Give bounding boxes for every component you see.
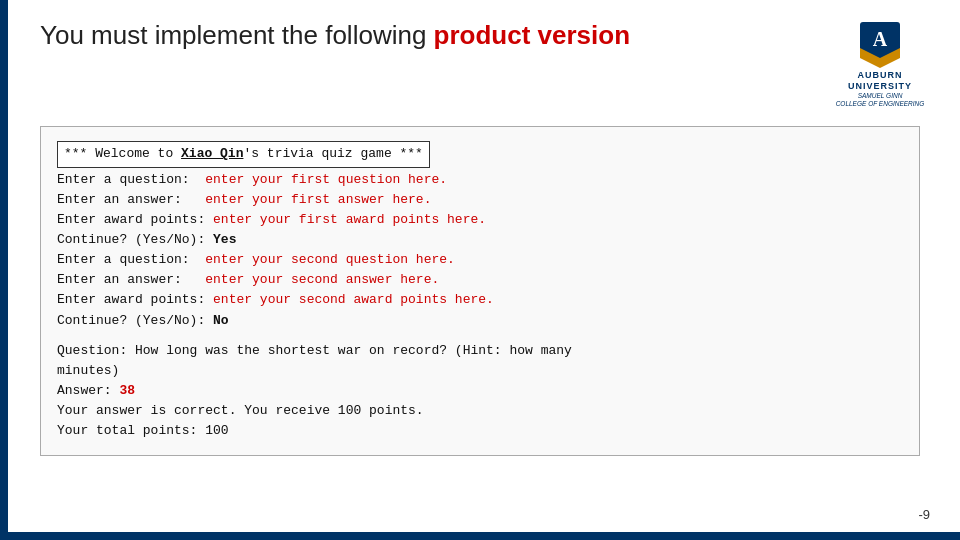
code-line-5: Enter a question: enter your second ques… — [57, 250, 903, 270]
code-line-4: Continue? (Yes/No): Yes — [57, 230, 903, 250]
welcome-name: Xiao Qin — [181, 146, 243, 161]
slide-title: You must implement the following product… — [40, 20, 630, 51]
logo-area: A AUBURN UNIVERSITY SAMUEL GINN COLLEGE … — [830, 20, 930, 108]
auburn-logo-icon: A — [855, 20, 905, 70]
code-line-12: Your answer is correct. You receive 100 … — [57, 401, 903, 421]
code-line-9: Question: How long was the shortest war … — [57, 341, 903, 361]
left-accent-bar — [0, 0, 8, 540]
code-line-7: Enter award points: enter your second aw… — [57, 290, 903, 310]
slide-container: You must implement the following product… — [0, 0, 960, 540]
code-spacer — [57, 331, 903, 341]
title-highlight: product version — [434, 20, 630, 50]
svg-text:A: A — [873, 28, 888, 50]
code-line-10: minutes) — [57, 361, 903, 381]
bottom-accent-bar — [0, 532, 960, 540]
welcome-box: *** Welcome to Xiao Qin's trivia quiz ga… — [57, 141, 430, 167]
code-terminal-box: *** Welcome to Xiao Qin's trivia quiz ga… — [40, 126, 920, 456]
logo-text-auburn: AUBURN UNIVERSITY — [848, 70, 912, 92]
code-line-1: Enter a question: enter your first quest… — [57, 170, 903, 190]
code-line-2: Enter an answer: enter your first answer… — [57, 190, 903, 210]
code-line-6: Enter an answer: enter your second answe… — [57, 270, 903, 290]
slide-header: You must implement the following product… — [30, 20, 930, 108]
code-line-3: Enter award points: enter your first awa… — [57, 210, 903, 230]
title-prefix: You must implement the following — [40, 20, 434, 50]
logo-text-sub: SAMUEL GINN COLLEGE OF ENGINEERING — [836, 92, 925, 109]
code-line-8: Continue? (Yes/No): No — [57, 311, 903, 331]
code-line-11: Answer: 38 — [57, 381, 903, 401]
page-number: -9 — [918, 507, 930, 522]
code-line-13: Your total points: 100 — [57, 421, 903, 441]
welcome-stars-left: *** Welcome to — [64, 146, 181, 161]
welcome-apostrophe: 's trivia quiz game *** — [243, 146, 422, 161]
